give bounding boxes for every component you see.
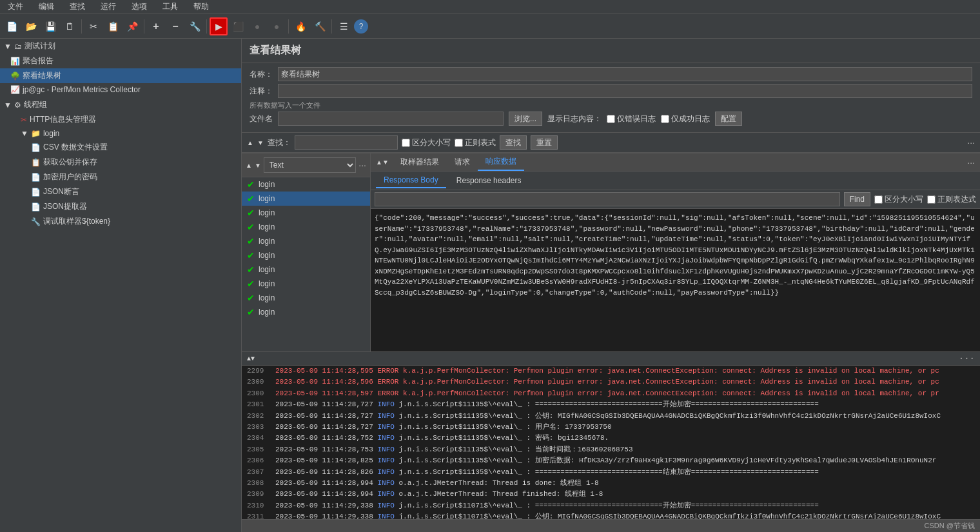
sidebar-item-thread-group[interactable]: ▼ ⚙ 线程组 bbox=[0, 97, 241, 112]
more-options[interactable]: ··· bbox=[967, 137, 975, 148]
success-checkbox[interactable] bbox=[661, 115, 669, 123]
stop-button[interactable]: ⬛ bbox=[229, 17, 247, 35]
menu-run[interactable]: 运行 bbox=[98, 0, 119, 14]
help-button[interactable]: ? bbox=[354, 19, 368, 34]
arrow-down[interactable]: ▼ bbox=[257, 139, 264, 146]
log-line: 23032023-05-09 11:14:28,727 INFO j.n.i.s… bbox=[242, 422, 980, 433]
list-arrow-down[interactable]: ▼ bbox=[255, 162, 261, 169]
find-label: 查找： bbox=[268, 137, 291, 148]
sidebar-item-debug-sampler[interactable]: 🔧 调试取样器${token} bbox=[0, 214, 241, 229]
log-more[interactable]: ··· bbox=[959, 353, 975, 364]
tab-request[interactable]: 请求 bbox=[447, 154, 478, 170]
success-checkbox-label[interactable]: 仅成功日志 bbox=[661, 113, 710, 124]
sidebar-item-results-tree[interactable]: 🌳 察看结果树 bbox=[0, 68, 241, 83]
sample-name-4: login bbox=[259, 222, 275, 232]
comment-input[interactable] bbox=[278, 84, 972, 98]
response-find-bar: Find 区分大小写 正则表达式 bbox=[371, 190, 980, 209]
tab-response-data[interactable]: 响应数据 bbox=[478, 153, 524, 171]
fire-button[interactable]: 🔥 bbox=[291, 17, 309, 35]
tab-arrow-up[interactable]: ▲ bbox=[376, 159, 382, 166]
menu-file[interactable]: 文件 bbox=[5, 0, 26, 14]
cut-button[interactable]: ✂ bbox=[84, 17, 103, 35]
list-item[interactable]: ✔ login bbox=[242, 234, 370, 248]
sidebar-item-agg-report[interactable]: 📊 聚合报告 bbox=[0, 54, 241, 68]
csv-icon: 📄 bbox=[31, 143, 41, 152]
errors-checkbox-label[interactable]: 仅错误日志 bbox=[607, 113, 656, 124]
tab-arrow-down[interactable]: ▼ bbox=[382, 159, 389, 166]
menu-options[interactable]: 选项 bbox=[129, 0, 150, 14]
sidebar-item-get-pubkey[interactable]: 📋 获取公钥并保存 bbox=[0, 155, 241, 170]
sample-name-8: login bbox=[259, 279, 275, 288]
resp-case-label[interactable]: 区分大小写 bbox=[874, 194, 923, 205]
json-extractor-icon: 📄 bbox=[31, 202, 41, 212]
case-label[interactable]: 区分大小写 bbox=[402, 137, 451, 148]
tab-body[interactable]: Response Body bbox=[376, 173, 446, 188]
resp-case-checkbox[interactable] bbox=[874, 195, 883, 204]
config-button[interactable]: 🔧 bbox=[186, 17, 204, 35]
format-dropdown[interactable]: Text XML HTML JSON bbox=[264, 157, 357, 173]
list-item[interactable]: ✔ login bbox=[242, 220, 370, 234]
browse-button[interactable]: 浏览... bbox=[509, 112, 542, 126]
reset-btn[interactable]: 重置 bbox=[531, 135, 558, 150]
find-input[interactable] bbox=[295, 135, 398, 150]
add-button[interactable]: + bbox=[147, 17, 165, 35]
tool2-button[interactable]: 🔨 bbox=[311, 17, 329, 35]
sidebar-item-test-plan[interactable]: ▼ 🗂 测试计划 bbox=[0, 39, 241, 54]
sidebar-item-json-assert[interactable]: 📄 JSON断言 bbox=[0, 184, 241, 199]
paste-button[interactable]: 📌 bbox=[123, 17, 141, 35]
arrow-up[interactable]: ▲ bbox=[247, 139, 253, 146]
log-arrow-down[interactable]: ▼ bbox=[251, 355, 255, 362]
log-line: 22992023-05-09 11:14:28,595 ERROR k.a.j.… bbox=[242, 366, 980, 377]
open-button[interactable]: 📂 bbox=[22, 17, 40, 35]
resp-regex-label[interactable]: 正则表达式 bbox=[927, 194, 976, 205]
list-item[interactable]: ✔ login bbox=[242, 206, 370, 220]
tab-more[interactable]: ··· bbox=[967, 157, 975, 168]
response-find-btn[interactable]: Find bbox=[844, 192, 870, 206]
menu-help[interactable]: 帮助 bbox=[191, 0, 211, 14]
circle2-button[interactable]: ● bbox=[268, 17, 286, 35]
config-button2[interactable]: 配置 bbox=[715, 112, 742, 126]
case-checkbox[interactable] bbox=[402, 139, 410, 147]
resp-regex-checkbox[interactable] bbox=[927, 195, 936, 204]
menu-tools[interactable]: 工具 bbox=[160, 0, 181, 14]
copy-button[interactable]: 📋 bbox=[104, 17, 122, 35]
sidebar-item-csv-config[interactable]: 📄 CSV 数据文件设置 bbox=[0, 140, 241, 155]
results-section: ▲ ▼ Text XML HTML JSON ··· ✔ login bbox=[242, 153, 980, 351]
json-assert-icon: 📄 bbox=[31, 188, 41, 197]
list-item[interactable]: ✔ login bbox=[242, 262, 370, 277]
regex-checkbox[interactable] bbox=[455, 139, 463, 147]
list-more[interactable]: ··· bbox=[358, 160, 366, 170]
sidebar-item-http-header[interactable]: ✂ HTTP信息头管理器 bbox=[0, 112, 241, 127]
sidebar-item-encrypt-pwd[interactable]: 📄 加密用户的密码 bbox=[0, 170, 241, 184]
new-button[interactable]: 📄 bbox=[3, 17, 21, 35]
menu-edit[interactable]: 编辑 bbox=[36, 0, 57, 14]
regex-label-el[interactable]: 正则表式 bbox=[455, 137, 496, 148]
log-line: 23072023-05-09 11:14:28,826 INFO j.n.i.s… bbox=[242, 467, 980, 478]
log-level: INFO bbox=[377, 457, 394, 464]
sidebar-item-login[interactable]: ▼ 📁 login bbox=[0, 127, 241, 140]
name-input[interactable] bbox=[278, 67, 972, 81]
sidebar-item-jp-gc[interactable]: 📈 jp@gc - PerfMon Metrics Collector bbox=[0, 83, 241, 96]
play-button[interactable]: ▶ bbox=[210, 17, 228, 35]
list-arrow-up[interactable]: ▲ bbox=[246, 162, 252, 169]
file-input[interactable] bbox=[278, 112, 504, 126]
circle1-button[interactable]: ● bbox=[248, 17, 266, 35]
tab-sampler-result[interactable]: 取样器结果 bbox=[393, 154, 447, 170]
list-item[interactable]: ✔ login bbox=[242, 305, 370, 319]
response-find-input[interactable] bbox=[375, 192, 840, 206]
errors-checkbox[interactable] bbox=[607, 115, 615, 123]
menu-find[interactable]: 查找 bbox=[67, 0, 88, 14]
save-button[interactable]: 💾 bbox=[41, 17, 59, 35]
list-item[interactable]: ✔ login bbox=[242, 291, 370, 305]
tab-headers[interactable]: Response headers bbox=[449, 173, 529, 188]
save-as-button[interactable]: 🗒 bbox=[61, 17, 79, 35]
list-item[interactable]: ✔ login bbox=[242, 277, 370, 291]
list-item[interactable]: ✔ login bbox=[242, 192, 370, 206]
list-item[interactable]: ✔ login bbox=[242, 177, 370, 192]
sidebar-item-json-extractor[interactable]: 📄 JSON提取器 bbox=[0, 199, 241, 214]
status-check-9: ✔ bbox=[247, 293, 255, 303]
remove-button[interactable]: − bbox=[166, 17, 184, 35]
list-button[interactable]: ☰ bbox=[335, 17, 353, 35]
find-btn[interactable]: 查找 bbox=[500, 135, 527, 150]
list-item[interactable]: ✔ login bbox=[242, 248, 370, 262]
